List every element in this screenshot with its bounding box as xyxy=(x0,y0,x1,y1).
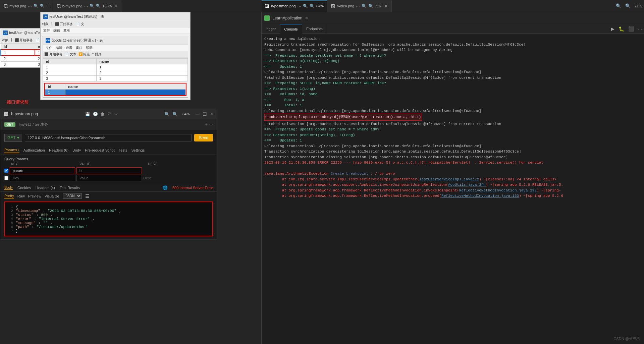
method-selector[interactable]: GET ▾ xyxy=(4,134,22,142)
response-tab-cookies[interactable]: Cookies xyxy=(17,186,31,190)
tab-prerequest[interactable]: Pre-request Script xyxy=(85,148,115,153)
camera-icon-2: 🖼 xyxy=(56,3,61,8)
get-method-badge: GET xyxy=(4,122,15,127)
goods-outer-table: idname 11 22 33 xyxy=(43,58,188,81)
console-line: <== Total: 1 xyxy=(264,103,641,108)
heart-icon[interactable]: ♡ xyxy=(107,112,111,116)
tab-dots-1[interactable]: ··· xyxy=(28,3,32,9)
tab-dots-4[interactable]: ··· xyxy=(356,3,360,9)
zoom-in-3[interactable]: 🔍 xyxy=(310,4,315,8)
more-dots[interactable]: ··· xyxy=(114,112,117,116)
console-line: ==> Parameters: a(String), 1(Long) xyxy=(264,58,641,64)
mysql-toolbar-2a: 对象 | ⬛ 开始事务 📄 文 xyxy=(41,21,190,27)
tab-body[interactable]: Body xyxy=(72,148,81,153)
tab-settings[interactable]: Settings xyxy=(131,148,145,153)
console-exception-line: java.lang.ArithmeticException Create bre… xyxy=(264,171,641,177)
zoom-level-postman: 84% xyxy=(182,112,190,116)
param-value-empty[interactable] xyxy=(76,175,142,181)
close-btn-4[interactable]: ✕ xyxy=(384,3,388,9)
global-zoom-out[interactable]: 🔍 xyxy=(614,3,623,8)
list-icon[interactable]: ☰ xyxy=(85,193,90,199)
format-tab-visualize[interactable]: Visualize xyxy=(45,194,59,198)
params-column-headers: KEY VALUE DESC xyxy=(4,162,213,166)
ide-tab-console[interactable]: Console xyxy=(280,24,302,34)
param-value-input-1[interactable] xyxy=(76,167,142,174)
zoom-level-3: 84% xyxy=(316,4,324,8)
console-line: <== Updates: 1 xyxy=(264,64,641,70)
tab-b-idea-right[interactable]: 🖼 b-idea.png ··· 🔍 🔍 71% ✕ xyxy=(327,0,392,12)
ide-tab-logger[interactable]: logger xyxy=(262,24,280,34)
format-tab-preview[interactable]: Preview xyxy=(28,194,41,198)
json-line-5: 5 "message" : "" , xyxy=(8,221,210,225)
ide-stop-icon[interactable]: ⬛ xyxy=(626,26,636,32)
zoom-in-btn[interactable]: 🔍 xyxy=(172,112,178,117)
format-type-selector[interactable]: JSON xyxy=(63,193,82,199)
url-input[interactable] xyxy=(25,134,192,141)
tab-params[interactable]: Params xyxy=(4,147,19,153)
ide-bug-icon[interactable]: 🐛 xyxy=(616,26,626,32)
console-line: Releasing transactional SqlSession [org.… xyxy=(264,69,641,75)
trash-icon[interactable]: 🗑 xyxy=(101,112,105,116)
close-btn-postman[interactable]: ✕ xyxy=(210,111,214,117)
selected-row-highlight: idname 1 xyxy=(44,83,186,96)
response-tab-test-results[interactable]: Test Results xyxy=(60,186,80,190)
param-key-empty[interactable] xyxy=(10,175,75,181)
console-line: Fetched SqlSession [org.apache.ibatis.se… xyxy=(264,75,641,81)
watermark: CSDN @吴巴格 xyxy=(614,336,640,341)
add-btn[interactable]: + xyxy=(205,121,208,127)
global-zoom-level: 71% xyxy=(633,4,644,8)
tab-b-mysql[interactable]: 🖼 b-mysql.png ··· 🔍 🔍 133% ✕ xyxy=(53,0,121,12)
status-badge: 500 Internal Server Error xyxy=(172,186,213,190)
console-line: Registering transaction synchronization … xyxy=(264,42,641,48)
json-line-1: 1 { xyxy=(8,205,210,209)
format-tab-pretty[interactable]: Pretty xyxy=(4,194,14,198)
tab-headers[interactable]: Headers (6) xyxy=(49,148,68,153)
zoom-in-1[interactable]: 🔍 xyxy=(40,4,45,8)
console-line: Releasing transactional SqlSession [org.… xyxy=(264,108,641,114)
response-tab-body[interactable]: Body xyxy=(4,185,13,190)
ide-close-tab-icon[interactable]: ✕ xyxy=(305,16,308,20)
zoom-out-3[interactable]: 🔍 xyxy=(303,4,308,8)
zoom-out-2[interactable]: 🔍 xyxy=(90,4,94,8)
send-button[interactable]: Send xyxy=(194,134,213,141)
close-btn-2[interactable]: ✕ xyxy=(114,3,118,9)
postman-logo: 🖼 xyxy=(4,111,8,117)
response-tab-headers[interactable]: Headers (4) xyxy=(36,186,55,190)
zoom-out-4[interactable]: 🔍 xyxy=(362,4,367,8)
tab-dots-2[interactable]: ··· xyxy=(84,3,88,9)
zoom-out-1[interactable]: 🔍 xyxy=(34,4,38,8)
fit-1[interactable]: ⊡ xyxy=(46,4,49,8)
more-options-nav[interactable]: ··· xyxy=(209,122,213,127)
zoom-out-btn[interactable]: 🔍 xyxy=(164,112,170,117)
ide-more-icon[interactable]: ··· xyxy=(636,26,644,32)
zoom-in-2[interactable]: 🔍 xyxy=(96,4,101,8)
param-key-input-1[interactable] xyxy=(10,167,75,174)
zoom-in-4[interactable]: 🔍 xyxy=(368,4,373,8)
console-output: Creating a new SqlSession Registering tr… xyxy=(262,34,644,344)
tab-dots-3[interactable]: ··· xyxy=(297,3,301,9)
tab-b-postman-right[interactable]: 🖼 b-postman.png ··· 🔍 🔍 84% xyxy=(262,0,327,12)
minimize-btn[interactable]: — xyxy=(195,111,200,117)
param-checkbox-empty[interactable] xyxy=(4,176,8,180)
console-line: ==> Parameters: product1(String), 1(Long… xyxy=(264,132,641,138)
format-tab-raw[interactable]: Raw xyxy=(17,194,25,198)
history-icon[interactable]: 🕐 xyxy=(93,112,98,116)
camera-icon: 🖼 xyxy=(3,3,8,8)
param-checkbox-1[interactable] xyxy=(4,169,8,173)
ide-tabs-bar: logger Console Endpoints ▶ 🐛 ⬛ ··· xyxy=(262,24,644,34)
tab-mysql[interactable]: 🖼 mysql.png ··· 🔍 🔍 ⊡ xyxy=(0,0,53,12)
console-line: Releasing transactional SqlSession [org.… xyxy=(264,144,641,149)
goods-toolbar: ⬛ 开始事务 📄 文本 🔽 筛选 ≡ 排序 xyxy=(43,51,188,58)
tab-authorization[interactable]: Authorization xyxy=(23,148,45,153)
maximize-btn[interactable]: ☐ xyxy=(203,111,207,117)
goods-inner-table: idname 1 xyxy=(45,83,186,95)
ide-run-icon[interactable]: ▶ xyxy=(609,26,616,32)
console-line: Creating a new SqlSession xyxy=(264,36,641,42)
save-icon[interactable]: 💾 xyxy=(85,112,90,116)
tab-tests[interactable]: Tests xyxy=(119,148,127,153)
json-response-body: 1 { 2 "timestamp" : "2023-03-19T13:58:30… xyxy=(4,202,213,236)
left-panel: DB testUser @learnTest (腾讯云) 对象 | ⬛ 开始事务… xyxy=(0,12,262,344)
global-zoom-in[interactable]: 🔍 xyxy=(623,3,633,8)
console-line: <== Columns: id, name xyxy=(264,92,641,97)
ide-tab-endpoints[interactable]: Endpoints xyxy=(302,24,327,34)
